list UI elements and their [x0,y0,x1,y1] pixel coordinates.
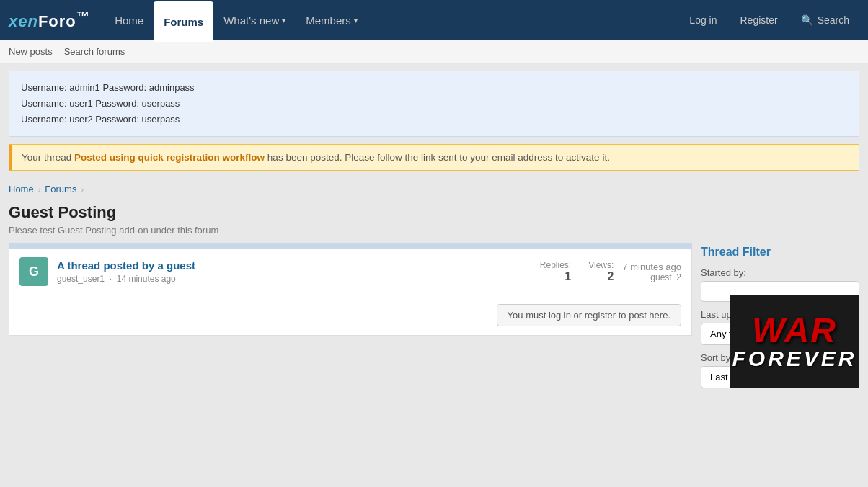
login-button[interactable]: Log in [679,10,727,30]
thread-time-ago[interactable]: 7 minutes ago [622,262,681,272]
post-here-row: You must log in or register to post here… [9,295,692,336]
alert-highlight: Posted using quick registration workflow [74,152,265,163]
cred-line-1: Username: admin1 Password: adminpass [21,80,847,96]
members-chevron-icon: ▾ [354,17,358,24]
logo-foro: Foro [38,13,76,31]
nav-home[interactable]: Home [105,0,154,40]
thread-time: 7 minutes ago guest_2 [622,262,681,282]
thread-stats: Replies: 1 Views: 2 [540,260,614,283]
breadcrumb-sep-1: › [38,185,41,194]
search-icon: 🔍 [801,14,813,26]
search-label: Search [818,14,849,26]
thread-posted-ago: 14 minutes ago [117,274,176,284]
views-value: 2 [588,270,614,283]
new-posts-link[interactable]: New posts [9,40,64,63]
logo-tm: ™ [76,9,90,24]
credentials-box: Username: admin1 Password: adminpass Use… [9,71,859,137]
thread-last-user: guest_2 [622,272,681,282]
avatar: G [19,257,48,286]
whats-new-chevron-icon: ▾ [282,17,285,24]
logo-xen: xen [9,13,38,31]
breadcrumb-forums[interactable]: Forums [45,184,76,195]
views-label: Views: [588,260,614,270]
breadcrumb-home[interactable]: Home [9,184,34,195]
war-forever-overlay: WAR FOREVER [730,295,859,388]
thread-meta: guest_user1 · 14 minutes ago [57,274,531,284]
alert-banner: Your thread Posted using quick registrat… [9,144,859,171]
table-row: G A thread posted by a guest guest_user1… [9,249,692,295]
thread-filter-panel: Thread Filter Started by: Last updated: … [701,243,859,388]
members-label: Members [306,14,351,27]
thread-info: A thread posted by a guest guest_user1 ·… [57,259,531,284]
alert-suffix: has been posted. Please follow the link … [265,152,610,163]
register-button[interactable]: Register [730,10,788,30]
thread-list: G A thread posted by a guest guest_user1… [9,243,692,388]
page-subtitle: Please test Guest Posting add-on under t… [0,223,868,243]
breadcrumb: Home › Forums › [0,178,868,200]
nav-right-actions: Log in Register 🔍 Search [679,10,859,30]
search-forums-link[interactable]: Search forums [64,40,137,63]
nav-whats-new[interactable]: What's new ▾ [213,0,296,40]
replies-label: Replies: [540,260,571,270]
thread-list-header [9,243,692,249]
main-nav: Home Forums What's new ▾ Members ▾ [105,0,679,40]
replies-value: 1 [540,270,571,283]
started-by-label: Started by: [701,267,859,278]
sub-navigation: New posts Search forums [0,40,868,63]
cred-line-2: Username: user1 Password: userpass [21,96,847,112]
cred-line-3: Username: user2 Password: userpass [21,112,847,128]
post-here-button[interactable]: You must log in or register to post here… [497,304,681,326]
forever-text: FOREVER [732,348,856,370]
site-logo[interactable]: xenForo™ [9,9,90,31]
top-navigation: xenForo™ Home Forums What's new ▾ Member… [0,0,868,40]
thread-author: guest_user1 [57,274,105,284]
war-text: WAR [752,313,837,348]
breadcrumb-sep-2: › [81,185,84,194]
main-content: G A thread posted by a guest guest_user1… [0,243,868,397]
thread-title-link[interactable]: A thread posted by a guest [57,259,195,272]
alert-prefix: Your thread [22,152,74,163]
replies-stat: Replies: 1 [540,260,571,283]
search-button[interactable]: 🔍 Search [791,10,859,30]
views-stat: Views: 2 [588,260,614,283]
nav-forums[interactable]: Forums [154,1,213,42]
nav-members[interactable]: Members ▾ [296,0,368,40]
filter-title: Thread Filter [701,243,859,259]
whats-new-label: What's new [223,14,279,27]
page-title: Guest Posting [0,200,868,223]
